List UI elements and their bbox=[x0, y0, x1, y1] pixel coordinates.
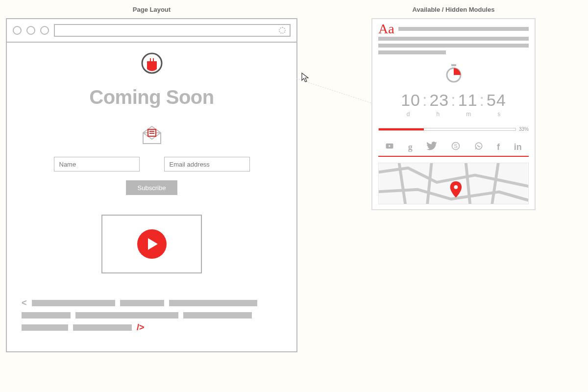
facebook-icon[interactable]: f bbox=[497, 142, 500, 152]
address-bar[interactable] bbox=[54, 24, 291, 37]
traffic-light-icon bbox=[26, 26, 35, 35]
progress-track bbox=[378, 128, 516, 131]
logo-module[interactable] bbox=[141, 52, 163, 74]
video-module[interactable] bbox=[101, 215, 202, 273]
drag-indicator bbox=[296, 78, 371, 103]
whatsapp-icon[interactable] bbox=[474, 142, 483, 153]
traffic-light-icon bbox=[40, 26, 49, 35]
countdown-seconds: 54 bbox=[487, 91, 506, 110]
newsletter-icon bbox=[141, 125, 163, 147]
modules-frame: Aa 10 : 23 : 11 : 54 d h m bbox=[371, 18, 536, 210]
linkedin-icon[interactable]: in bbox=[514, 142, 522, 152]
progress-fill bbox=[379, 128, 424, 130]
stopwatch-icon bbox=[378, 64, 529, 85]
google-icon[interactable]: g bbox=[408, 142, 413, 152]
youtube-icon[interactable] bbox=[385, 142, 394, 153]
available-modules-title: Available / Hidden Modules bbox=[371, 6, 536, 13]
subscribe-form[interactable] bbox=[54, 157, 250, 172]
page-layout-title: Page Layout bbox=[6, 6, 297, 13]
svg-point-14 bbox=[454, 185, 458, 189]
countdown-days: 10 bbox=[401, 91, 420, 110]
browser-chrome bbox=[7, 19, 296, 43]
open-bracket-icon: < bbox=[22, 298, 27, 308]
cursor-icon bbox=[301, 73, 309, 85]
typography-icon: Aa bbox=[378, 24, 394, 34]
name-input[interactable] bbox=[54, 157, 140, 172]
social-module[interactable]: g S f in bbox=[378, 139, 529, 157]
progress-module[interactable]: 33% bbox=[378, 126, 529, 132]
play-icon[interactable] bbox=[137, 229, 167, 259]
email-input[interactable] bbox=[164, 157, 250, 172]
progress-percent: 33% bbox=[519, 126, 529, 132]
traffic-light-icon bbox=[13, 26, 22, 35]
subscribe-button[interactable]: Subscribe bbox=[126, 180, 177, 195]
svg-text:S: S bbox=[454, 143, 457, 149]
page-body: Coming Soon Subscribe bbox=[7, 43, 296, 351]
headline-module[interactable]: Coming Soon bbox=[89, 86, 214, 108]
skype-icon[interactable]: S bbox=[451, 142, 460, 153]
refresh-icon[interactable] bbox=[279, 27, 286, 34]
svg-point-12 bbox=[475, 143, 482, 149]
countdown-hours: 23 bbox=[429, 91, 449, 110]
close-bracket-icon: /> bbox=[137, 322, 145, 333]
svg-rect-1 bbox=[151, 56, 153, 61]
svg-rect-6 bbox=[451, 64, 456, 66]
custom-html-module[interactable]: < /> bbox=[22, 298, 282, 337]
twitter-icon[interactable] bbox=[426, 142, 437, 153]
countdown-module[interactable]: 10 : 23 : 11 : 54 bbox=[378, 91, 529, 110]
countdown-minutes: 11 bbox=[458, 91, 478, 110]
countdown-labels: d h m s bbox=[378, 111, 529, 118]
map-module[interactable] bbox=[378, 163, 529, 204]
available-modules-panel: Available / Hidden Modules Aa 10 : 23 : … bbox=[371, 6, 536, 210]
text-module[interactable]: Aa bbox=[378, 24, 529, 54]
browser-frame: Coming Soon Subscribe bbox=[6, 18, 297, 352]
page-layout-panel: Page Layout Coming Soon bbox=[6, 6, 297, 352]
